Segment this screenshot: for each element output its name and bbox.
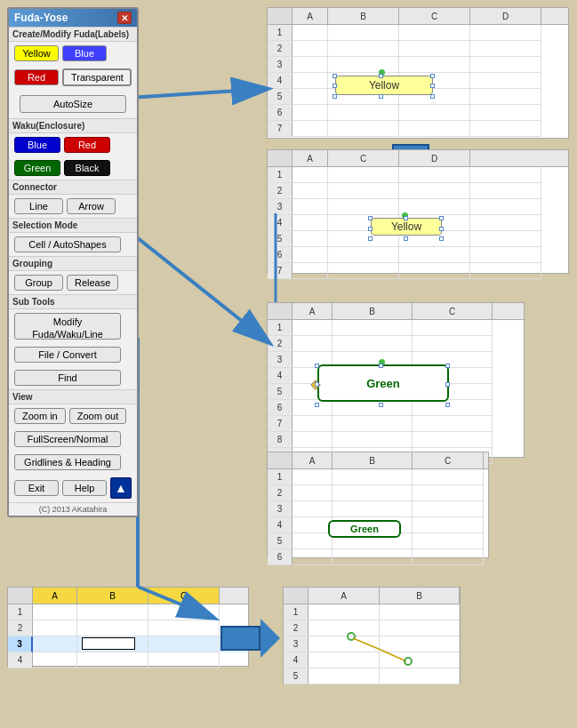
h5 (430, 84, 435, 88)
sheet3-col-A[interactable]: A (293, 303, 333, 319)
sheet1-col-B[interactable]: B (328, 8, 399, 24)
sheet4-fuda-label: Green (350, 524, 379, 534)
sheet5-black-rect[interactable] (82, 637, 135, 650)
sheet1-col-D[interactable]: D (470, 8, 541, 24)
gh1 (315, 364, 319, 368)
close-button[interactable]: ✕ (117, 12, 132, 24)
btn-fullscreen[interactable]: FullScreen/Normal (14, 431, 121, 447)
btn-yellow[interactable]: Yellow (14, 45, 59, 61)
section-waku: Waku(Enclosure) (9, 118, 137, 133)
sheet5-col-C[interactable]: C (148, 588, 220, 604)
title-bar: Fuda-Yose ✕ (9, 9, 137, 27)
zoom-buttons: Zoom in Zoom out (9, 404, 137, 428)
h6 (333, 94, 337, 99)
sheet2-col-D[interactable]: D (399, 150, 470, 166)
section-selection: Selection Mode (9, 218, 137, 233)
sheet1-row-4: 4 (268, 73, 293, 89)
btn-waku-red[interactable]: Red (64, 137, 110, 153)
sheet1-row-7: 7 (268, 121, 293, 137)
color-buttons-row1: Yellow Blue (9, 42, 137, 65)
sheet1-col-A[interactable]: A (293, 8, 328, 24)
btn-help[interactable]: Help (62, 480, 107, 496)
sheet-panel-3: A B C 1 2 3 4 5 6 7 8 9 Green (267, 302, 525, 458)
waku-buttons-row2: Green Black (9, 156, 137, 180)
btn-waku-black[interactable]: Black (64, 160, 110, 176)
gh4 (315, 382, 319, 387)
section-sub-tools: Sub Tools (9, 294, 137, 309)
btn-zoom-in[interactable]: Zoom in (14, 408, 66, 424)
btn-red[interactable]: Red (14, 69, 59, 85)
sheet6-corner (284, 588, 309, 604)
btn-autosize[interactable]: AutoSize (20, 95, 126, 113)
sheet3-fuda-green[interactable]: Green (317, 364, 449, 402)
gh6 (315, 403, 319, 407)
sheet-panel-5: A B C 1 2 3 4 (7, 587, 249, 667)
sheet2-col-C[interactable]: C (328, 150, 399, 166)
connector-path (353, 638, 406, 661)
app-title: Fuda-Yose (14, 12, 68, 24)
btn-triangle[interactable]: ▲ (110, 477, 132, 499)
h1 (333, 74, 337, 78)
sheet5-col-B[interactable]: B (77, 588, 148, 604)
diag-arrow-4 (129, 231, 268, 342)
selection-buttons: Cell / AutoShapes (9, 233, 137, 256)
sheet4-col-B[interactable]: B (333, 452, 413, 468)
autosize-row: AutoSize (9, 90, 137, 118)
section-create: Create/Modify Fuda(Labels) (9, 27, 137, 42)
sheet1-fuda-yellow[interactable]: Yellow (335, 76, 433, 95)
gh5 (445, 382, 450, 387)
btn-gridlines[interactable]: Gridlines & Heading (14, 454, 121, 470)
btn-line[interactable]: Line (14, 198, 63, 214)
h4 (333, 84, 337, 88)
sheet4-col-C[interactable]: C (413, 452, 484, 468)
sheet1-row-6: 6 (268, 105, 293, 121)
connector-buttons: Line Arrow (9, 195, 137, 218)
btn-arrow[interactable]: Arrow (67, 198, 116, 214)
btn-waku-green[interactable]: Green (14, 160, 60, 176)
sheet2-col-A[interactable]: A (293, 150, 328, 166)
gridlines-row: Gridlines & Heading (9, 451, 137, 474)
gh8 (445, 403, 450, 407)
btn-blue[interactable]: Blue (62, 45, 107, 61)
btn-modify[interactable]: Modify Fuda/Waku/Line (14, 313, 121, 340)
sheet1-row-3: 3 (268, 57, 293, 73)
btn-find[interactable]: Find (14, 370, 121, 386)
btn-cell-autoshapes[interactable]: Cell / AutoShapes (14, 236, 121, 252)
gh2 (379, 364, 383, 368)
sheet3-col-C[interactable]: C (413, 303, 493, 319)
sheet2-fuda-yellow[interactable]: Yellow (371, 218, 442, 236)
sheet3-corner (268, 303, 293, 319)
btn-zoom-out[interactable]: Zoom out (69, 408, 126, 424)
sheet4-col-A[interactable]: A (293, 452, 333, 468)
h8 (430, 94, 435, 99)
sheet6-col-A[interactable]: A (309, 588, 380, 604)
waku-buttons-row1: Blue Red (9, 133, 137, 156)
grouping-buttons: Group Release (9, 271, 137, 294)
section-view: View (9, 389, 137, 404)
sheet1-col-C[interactable]: C (399, 8, 470, 24)
arrow-shaft-right (220, 626, 260, 651)
sidebar-panel: Fuda-Yose ✕ Create/Modify Fuda(Labels) Y… (7, 7, 139, 517)
btn-file-convert[interactable]: File / Convert (14, 347, 121, 363)
modify-button-row: Modify Fuda/Waku/Line (9, 309, 137, 343)
sheet-panel-4: A B C 1 2 3 4 5 6 Green (267, 452, 489, 558)
btn-release[interactable]: Release (67, 275, 118, 291)
sheet-panel-6: A B 1 2 3 4 5 (283, 587, 461, 684)
sheet6-col-B[interactable]: B (380, 588, 460, 604)
sheet3-col-B[interactable]: B (333, 303, 413, 319)
sheet-panel-1: A B C D 1 2 3 4 5 6 7 Yellow (267, 7, 569, 139)
h7 (379, 94, 383, 99)
btn-transparent[interactable]: Transparent (62, 68, 132, 86)
sheet5-col-A[interactable]: A (33, 588, 77, 604)
sheet4-fuda-green[interactable]: Green (328, 520, 401, 538)
fullscreen-row: FullScreen/Normal (9, 428, 137, 451)
btn-group[interactable]: Group (14, 275, 63, 291)
sh7 (404, 236, 408, 241)
sheet1-row-2: 2 (268, 41, 293, 57)
find-row: Find (9, 366, 137, 389)
btn-exit[interactable]: Exit (14, 480, 59, 496)
btn-waku-blue[interactable]: Blue (14, 137, 60, 153)
color-buttons-row2: Red Transparent (9, 65, 137, 90)
h2 (379, 74, 383, 78)
sh2 (404, 216, 408, 220)
